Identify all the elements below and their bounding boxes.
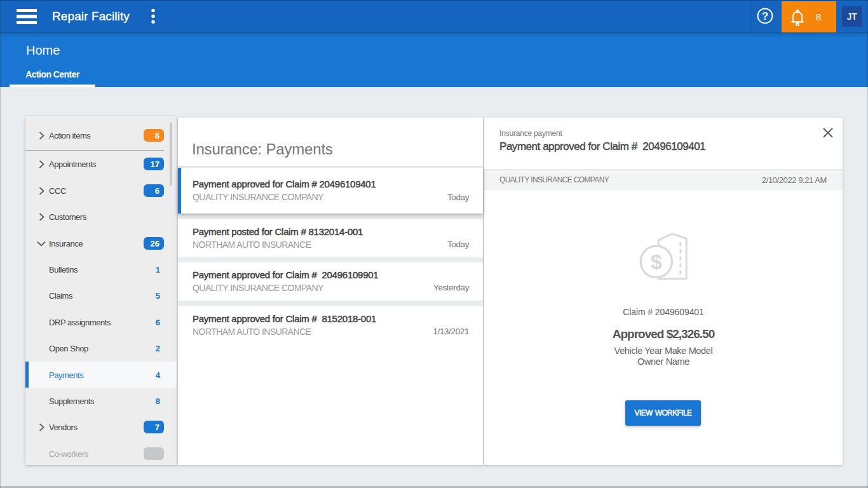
svg-text:?: ? [762, 10, 768, 22]
svg-text:$: $ [651, 250, 662, 273]
